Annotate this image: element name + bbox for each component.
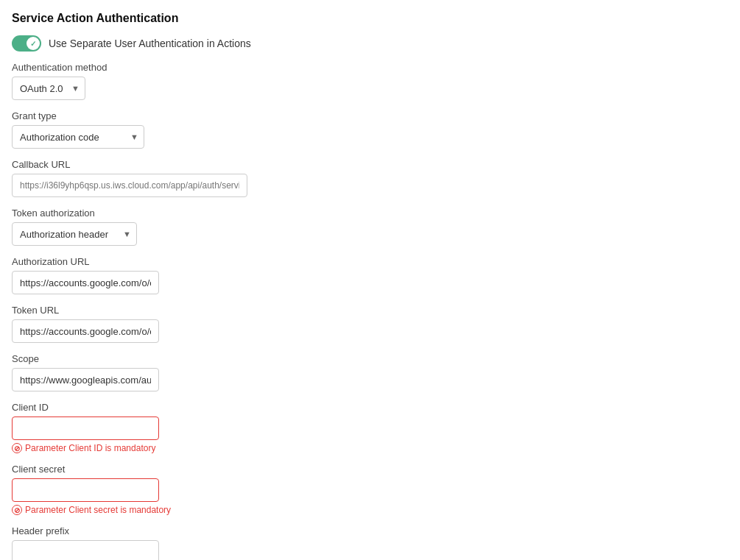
token-auth-label: Token authorization <box>12 208 728 219</box>
grant-type-group: Grant type Authorization code Client cre… <box>12 110 728 149</box>
client-secret-error: ⊘ Parameter Client secret is mandatory <box>12 505 728 515</box>
client-id-error-text: Parameter Client ID is mandatory <box>25 443 155 453</box>
auth-method-group: Authentication method OAuth 2.0 Basic AP… <box>12 62 728 100</box>
client-secret-group: Client secret ⊘ Parameter Client secret … <box>12 464 728 515</box>
token-url-label: Token URL <box>12 305 728 316</box>
callback-url-group: Callback URL <box>12 159 728 197</box>
client-secret-label: Client secret <box>12 464 728 475</box>
scope-input[interactable] <box>12 368 159 391</box>
toggle-row: ✓ Use Separate User Authentication in Ac… <box>12 35 728 52</box>
separate-auth-toggle[interactable]: ✓ <box>12 35 41 52</box>
client-id-input[interactable] <box>12 417 159 440</box>
toggle-label: Use Separate User Authentication in Acti… <box>49 38 251 49</box>
token-auth-select[interactable]: Authorization header Request body <box>12 222 137 246</box>
token-url-group: Token URL <box>12 305 728 343</box>
callback-url-label: Callback URL <box>12 159 728 170</box>
scope-group: Scope <box>12 353 728 391</box>
client-id-label: Client ID <box>12 402 728 413</box>
page-title: Service Action Authentication <box>12 12 728 25</box>
callback-url-input[interactable] <box>12 174 247 197</box>
grant-type-select[interactable]: Authorization code Client credentials Pa… <box>12 125 144 149</box>
authorization-url-group: Authorization URL <box>12 256 728 294</box>
client-secret-error-text: Parameter Client secret is mandatory <box>25 505 171 515</box>
auth-method-label: Authentication method <box>12 62 728 73</box>
header-prefix-label: Header prefix <box>12 525 728 536</box>
client-secret-input[interactable] <box>12 478 159 502</box>
client-id-group: Client ID ⊘ Parameter Client ID is manda… <box>12 402 728 453</box>
header-prefix-input[interactable] <box>12 540 159 560</box>
grant-type-select-wrapper: Authorization code Client credentials Pa… <box>12 125 144 149</box>
authorization-url-input[interactable] <box>12 271 159 294</box>
token-auth-group: Token authorization Authorization header… <box>12 208 728 246</box>
client-secret-error-icon: ⊘ <box>12 505 22 515</box>
scope-label: Scope <box>12 353 728 364</box>
auth-method-select[interactable]: OAuth 2.0 Basic API Key None <box>12 77 85 100</box>
client-id-error-icon: ⊘ <box>12 443 22 453</box>
token-auth-select-wrapper: Authorization header Request body ▼ <box>12 222 137 246</box>
header-prefix-group: Header prefix <box>12 525 728 560</box>
client-id-error: ⊘ Parameter Client ID is mandatory <box>12 443 728 453</box>
authorization-url-label: Authorization URL <box>12 256 728 267</box>
auth-method-select-wrapper: OAuth 2.0 Basic API Key None ▼ <box>12 77 85 100</box>
token-url-input[interactable] <box>12 319 159 343</box>
grant-type-label: Grant type <box>12 110 728 121</box>
